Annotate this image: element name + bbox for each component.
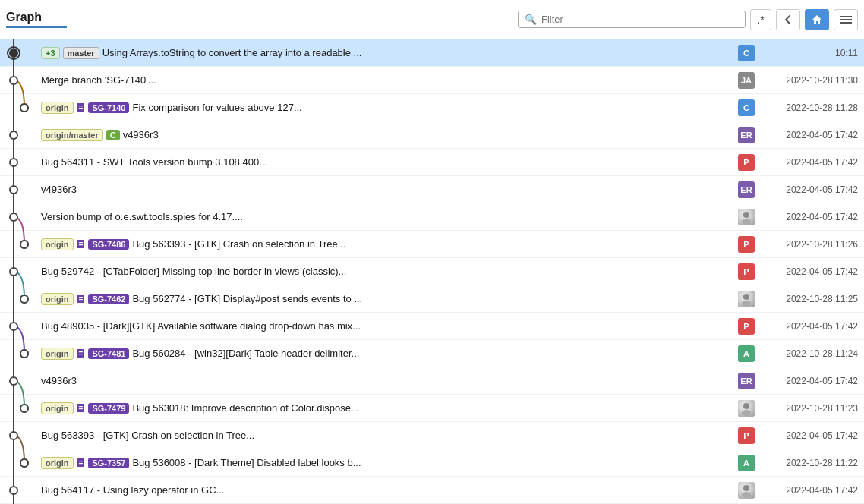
regex-button[interactable]: .* (750, 9, 771, 30)
table-row[interactable]: Bug 564311 - SWT Tools version bump 3.10… (0, 149, 864, 176)
badge-sg: SG-7481 (88, 348, 129, 359)
table-row[interactable]: v4936r3ER2022-04-05 17:42 (0, 176, 864, 203)
commit-message: Merge branch 'SG-7140'... (41, 74, 738, 86)
commit-info: v4936r3 (38, 184, 738, 195)
table-row[interactable]: origin/masterCv4936r3ER2022-04-05 17:42 (0, 121, 864, 149)
commit-message: Version bump of o.e.swt.tools.spies for … (41, 211, 738, 222)
table-row[interactable]: origin=SG-7486Bug 563393 - [GTK] Crash o… (0, 231, 864, 258)
commit-message: Bug 564311 - SWT Tools version bump 3.10… (41, 156, 738, 168)
commit-message: Bug 563393 - [GTK] Crash on selection in… (132, 238, 738, 250)
table-row[interactable]: Bug 489035 - [Dark][GTK] Available softw… (0, 313, 864, 340)
graph-panel[interactable]: +3masterUsing Arrays.toString to convert… (0, 39, 864, 504)
commit-info: origin/masterCv4936r3 (38, 129, 738, 141)
table-row[interactable]: origin=SG-7357Bug 536008 - [Dark Theme] … (0, 449, 864, 477)
commit-date: 2022-10-28 11:25 (759, 294, 858, 304)
commit-right: ER2022-04-05 17:42 (738, 181, 864, 198)
commit-info: Bug 564117 - Using lazy operator in GC..… (38, 484, 738, 496)
commit-right: 2022-04-05 17:42 (738, 209, 864, 225)
badge-origin: origin (41, 102, 74, 114)
graph-lane (0, 449, 38, 477)
back-icon (782, 14, 794, 26)
svg-point-31 (742, 301, 751, 307)
back-button[interactable] (776, 9, 800, 30)
badge-origin: origin (41, 348, 74, 360)
table-row[interactable]: v4936r3ER2022-04-05 17:42 (0, 367, 864, 395)
eq-sign: = (77, 404, 85, 412)
commit-info: origin=SG-7479Bug 563018: Improve descri… (38, 402, 738, 414)
avatar: P (738, 154, 755, 171)
table-row[interactable]: origin=SG-7481Bug 560284 - [win32][Dark]… (0, 340, 864, 367)
commit-right: 2022-10-28 11:23 (738, 400, 864, 417)
graph-lane (0, 477, 38, 504)
badge-sg: SG-7479 (88, 403, 129, 414)
commit-date: 2022-10-28 11:23 (759, 403, 858, 414)
commit-info: v4936r3 (38, 375, 738, 386)
commit-message: Bug 563018: Improve description of Color… (132, 402, 738, 414)
commit-date: 2022-04-05 17:42 (759, 430, 858, 441)
commit-info: Bug 489035 - [Dark][GTK] Available softw… (38, 320, 738, 332)
svg-point-29 (742, 219, 751, 225)
table-row[interactable]: +3masterUsing Arrays.toString to convert… (0, 39, 864, 67)
avatar (738, 482, 755, 499)
avatar: A (738, 455, 755, 471)
graph-lane (0, 367, 38, 395)
commit-date: 2022-10-28 11:24 (759, 348, 858, 359)
app-title: Graph (6, 11, 67, 28)
table-row[interactable]: origin=SG-7479Bug 563018: Improve descri… (0, 395, 864, 422)
graph-lane (0, 121, 38, 149)
home-button[interactable] (805, 9, 829, 30)
commit-right: P2022-04-05 17:42 (738, 318, 864, 335)
commit-message: Bug 489035 - [Dark][GTK] Available softw… (41, 320, 738, 332)
commit-date: 2022-10-28 11:28 (759, 102, 858, 113)
graph-lane (0, 203, 38, 231)
badge-c-small: C (106, 130, 120, 140)
avatar: C (738, 99, 755, 116)
table-row[interactable]: origin=SG-7462Bug 562774 - [GTK] Display… (0, 285, 864, 313)
avatar: P (738, 236, 755, 253)
commit-right: C10:11 (738, 45, 864, 61)
commit-info: Version bump of o.e.swt.tools.spies for … (38, 211, 738, 222)
svg-point-30 (743, 294, 749, 300)
badge-sg: SG-7486 (88, 239, 129, 250)
avatar: JA (738, 72, 755, 89)
commit-message: Bug 536008 - [Dark Theme] Disabled label… (132, 457, 738, 468)
badge-origin: origin (41, 457, 74, 469)
badge-sg: SG-7462 (88, 294, 129, 304)
commit-right: P2022-10-28 11:26 (738, 236, 864, 253)
commit-message: Bug 563393 - [GTK] Crash on selection in… (41, 430, 738, 441)
commit-right: P2022-04-05 17:42 (738, 427, 864, 444)
commit-info: origin=SG-7481Bug 560284 - [win32][Dark]… (38, 348, 738, 360)
commit-date: 10:11 (759, 48, 858, 58)
commit-info: origin=SG-7140Fix comparison for values … (38, 102, 738, 114)
avatar (738, 400, 755, 417)
graph-lane (0, 395, 38, 422)
graph-lane (0, 231, 38, 258)
svg-point-35 (742, 492, 751, 498)
table-row[interactable]: Bug 529742 - [CTabFolder] Missing top li… (0, 258, 864, 285)
table-row[interactable]: Merge branch 'SG-7140'...JA2022-10-28 11… (0, 67, 864, 94)
graph-lane (0, 39, 38, 67)
graph-lane (0, 67, 38, 94)
commit-right: P2022-04-05 17:42 (738, 263, 864, 280)
table-row[interactable]: Bug 563393 - [GTK] Crash on selection in… (0, 422, 864, 449)
table-row[interactable]: origin=SG-7140Fix comparison for values … (0, 94, 864, 121)
filter-input[interactable] (541, 14, 739, 25)
commit-date: 2022-04-05 17:42 (759, 321, 858, 332)
graph-lane (0, 149, 38, 176)
commit-info: Bug 564311 - SWT Tools version bump 3.10… (38, 156, 738, 168)
commit-message: v4936r3 (123, 129, 738, 140)
menu-button[interactable] (834, 9, 858, 30)
graph-lane (0, 94, 38, 121)
table-row[interactable]: Version bump of o.e.swt.tools.spies for … (0, 203, 864, 231)
avatar: ER (738, 127, 755, 143)
commit-right: JA2022-10-28 11:30 (738, 72, 864, 89)
filter-box[interactable]: 🔍 (518, 11, 746, 28)
toolbar: Graph 🔍 .* (0, 0, 864, 39)
table-row[interactable]: Bug 564117 - Using lazy operator in GC..… (0, 477, 864, 504)
svg-point-33 (742, 410, 751, 416)
commit-message: v4936r3 (41, 184, 738, 195)
eq-sign: = (77, 295, 85, 303)
eq-sign: = (77, 240, 85, 248)
svg-rect-2 (840, 22, 852, 24)
eq-sign: = (77, 349, 85, 358)
